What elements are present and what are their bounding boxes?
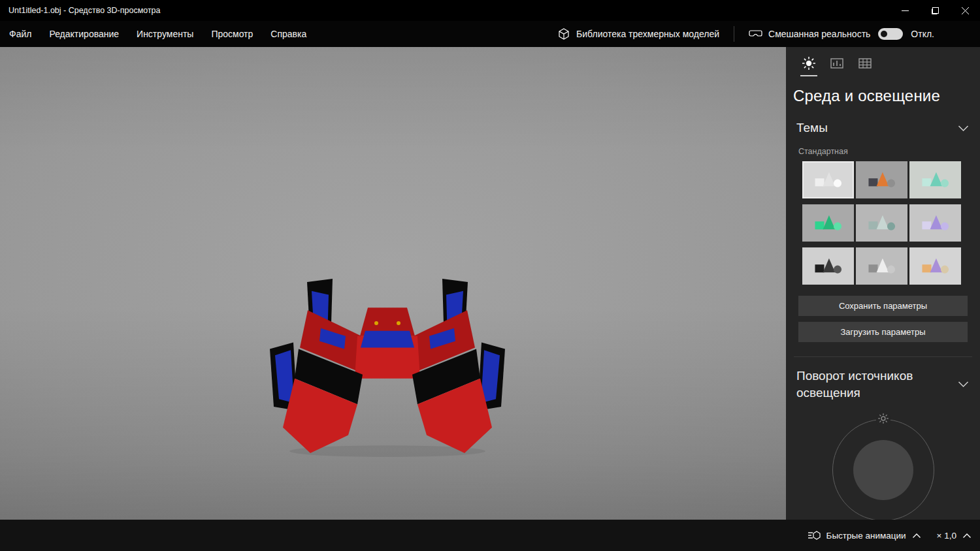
theme-tile-7[interactable] (802, 247, 854, 285)
theme-tile-4[interactable] (802, 204, 854, 242)
model-library-button[interactable]: Библиотека трехмерных моделей (557, 27, 719, 40)
grid-icon (858, 56, 872, 71)
tab-underline (800, 75, 817, 76)
mixed-reality-state: Откл. (911, 29, 934, 39)
lighting-header-label: Поворот источников освещения (796, 368, 934, 401)
theme-tile-9[interactable] (909, 247, 961, 285)
chevron-down-icon (958, 125, 969, 132)
tab-underline (857, 75, 874, 76)
title-bar: Unt1itled-1.obj - Средство 3D-просмотра (0, 0, 980, 21)
menu-bar: Файл Редактирование Инструменты Просмотр… (0, 21, 980, 47)
viewport-3d[interactable] (0, 47, 786, 520)
toggle-knob (881, 31, 887, 37)
menu-divider (734, 26, 734, 42)
themes-section-header[interactable]: Темы (796, 121, 969, 135)
stats-icon (830, 56, 844, 71)
menu-tools[interactable]: Инструменты (129, 21, 201, 47)
mixed-reality-toggle[interactable] (878, 28, 903, 40)
chevron-up-icon (962, 533, 972, 539)
lighting-section-header[interactable]: Поворот источников освещения (796, 368, 969, 401)
load-parameters-button[interactable]: Загрузить параметры (798, 322, 968, 342)
section-divider (794, 356, 972, 357)
model-library-label: Библиотека трехмерных моделей (576, 29, 719, 39)
cube-icon (557, 27, 570, 40)
window-title: Unt1itled-1.obj - Средство 3D-просмотра (0, 6, 161, 15)
theme-tile-1[interactable] (802, 161, 854, 198)
dial-knob[interactable] (853, 440, 913, 500)
theme-tile-6[interactable] (909, 204, 961, 242)
animation-speed-control[interactable]: × 1,0 (937, 531, 972, 541)
save-parameters-button[interactable]: Сохранить параметры (798, 296, 968, 316)
theme-tile-5[interactable] (856, 204, 907, 242)
animation-speed-value: × 1,0 (937, 531, 956, 541)
quick-animations-button[interactable]: Быстрые анимации (808, 529, 921, 541)
themes-group-label: Стандартная (798, 147, 980, 156)
mixed-reality-group: Смешанная реальность (749, 29, 870, 39)
maximize-icon (932, 7, 939, 14)
dial-sun-icon (876, 411, 890, 428)
light-rotation-dial[interactable] (832, 419, 934, 521)
animations-icon (808, 529, 821, 541)
menu-right-group: Библиотека трехмерных моделей Смешанная … (557, 26, 980, 42)
mixed-reality-icon (749, 29, 762, 39)
theme-tile-8[interactable] (856, 247, 907, 285)
tab-environment-lighting[interactable] (798, 56, 820, 76)
bottom-bar: Быстрые анимации × 1,0 (0, 520, 980, 551)
close-icon (962, 7, 969, 14)
themes-header-label: Темы (796, 121, 828, 135)
chevron-down-icon (958, 381, 969, 388)
menu-view[interactable]: Просмотр (203, 21, 261, 47)
tab-stats[interactable] (826, 56, 848, 76)
quick-animations-label: Быстрые анимации (826, 531, 906, 541)
theme-tile-2[interactable] (856, 161, 907, 198)
menu-file[interactable]: Файл (1, 21, 39, 47)
panel-title: Среда и освещение (793, 87, 980, 105)
theme-buttons: Сохранить параметры Загрузить параметры (798, 296, 968, 342)
tab-grid[interactable] (854, 56, 876, 76)
model-3d-spaceship (270, 277, 505, 457)
minimize-icon (902, 7, 909, 14)
window-controls (890, 0, 980, 21)
theme-grid (802, 161, 980, 285)
right-panel: Среда и освещение Темы Стандартная Сохра… (786, 47, 980, 520)
menu-edit[interactable]: Редактирование (41, 21, 127, 47)
tab-underline (828, 75, 845, 76)
minimize-button[interactable] (890, 0, 920, 21)
sun-icon (802, 56, 816, 71)
close-button[interactable] (950, 0, 980, 21)
mixed-reality-label: Смешанная реальность (768, 29, 870, 39)
theme-tile-3[interactable] (909, 161, 961, 198)
chevron-up-icon (912, 533, 921, 539)
maximize-button[interactable] (920, 0, 950, 21)
menu-help[interactable]: Справка (263, 21, 314, 47)
panel-tabs (786, 47, 980, 76)
